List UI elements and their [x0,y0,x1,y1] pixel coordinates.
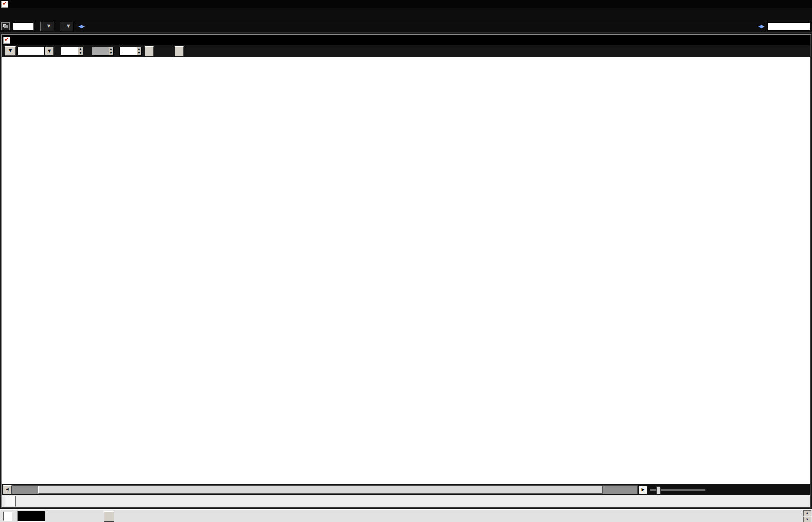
chevron-down-icon: ▼ [67,22,70,30]
count-value [120,47,137,55]
status-symbol [17,511,45,522]
bar-count-stepper[interactable]: ▲▼ [61,47,83,56]
password-input[interactable] [767,22,810,31]
toolbar: ▼ ▼ ◀▶ ◀▶ [0,20,812,33]
spinner-arrows-icon[interactable]: ▲▼ [137,47,141,55]
zoom-slider-thumb[interactable] [656,486,661,494]
chart-controls-bar: ▼ ▼ ▲▼ ▲▼ ▲▼ [2,45,810,57]
spinner-arrows-icon: ▲▼ [109,47,113,55]
scroll-right-button[interactable]: ▶ [639,486,647,494]
minute-stepper[interactable]: ▲▼ [92,47,114,56]
chevron-down-icon[interactable]: ▼ [5,46,16,56]
splitter-arrows-icon[interactable]: ◀▶ [758,24,764,29]
app-logo-icon: ✔ [1,1,8,8]
app-titlebar: ✔ [0,0,812,8]
splitter-arrows-icon[interactable]: ◀▶ [78,24,84,29]
chevron-down-icon[interactable]: ▼ [45,47,54,55]
chart-area [2,57,810,484]
tab-nikkei225[interactable] [5,496,16,507]
multi-symbol-button[interactable] [175,46,184,56]
symbol-combobox[interactable]: ▼ [17,47,54,55]
up-arrow-icon[interactable]: ▲ [803,510,811,516]
layout-menu-button[interactable]: ▼ [40,22,54,31]
menu-bar [0,8,812,20]
layout-icon[interactable] [1,22,10,30]
bar-count-value [61,47,78,55]
status-scroll-buttons: ▲ ▼ [803,510,811,522]
minute-value [92,47,109,55]
scrollbar-thumb[interactable] [38,486,603,494]
up-arrow-button[interactable] [104,511,114,522]
down-arrow-icon[interactable]: ▼ [803,517,811,522]
chart-window: ✔ ▼ ▼ ▲▼ ▲▼ ▲▼ ◀ ▶ [1,34,811,508]
chart-window-icon: ✔ [3,37,10,44]
scroll-left-button[interactable]: ◀ [3,485,12,494]
status-checkbox[interactable] [3,512,12,521]
apply-button[interactable] [145,46,154,56]
symbol-value [17,47,45,55]
chevron-down-icon: ▼ [47,22,50,30]
spinner-arrows-icon[interactable]: ▲▼ [78,47,83,55]
toolbar-menu-button[interactable]: ▼ [60,22,74,31]
chart-window-titlebar[interactable]: ✔ [2,35,810,45]
toolbar-input[interactable] [13,22,34,30]
chart-scroll-row: ◀ ▶ [2,484,810,495]
status-bar: ▲ ▼ [0,509,812,522]
count-stepper[interactable]: ▲▼ [119,47,142,56]
zoom-slider[interactable] [650,489,706,491]
chart-tab-row [2,495,810,507]
horizontal-scrollbar[interactable] [12,485,638,494]
